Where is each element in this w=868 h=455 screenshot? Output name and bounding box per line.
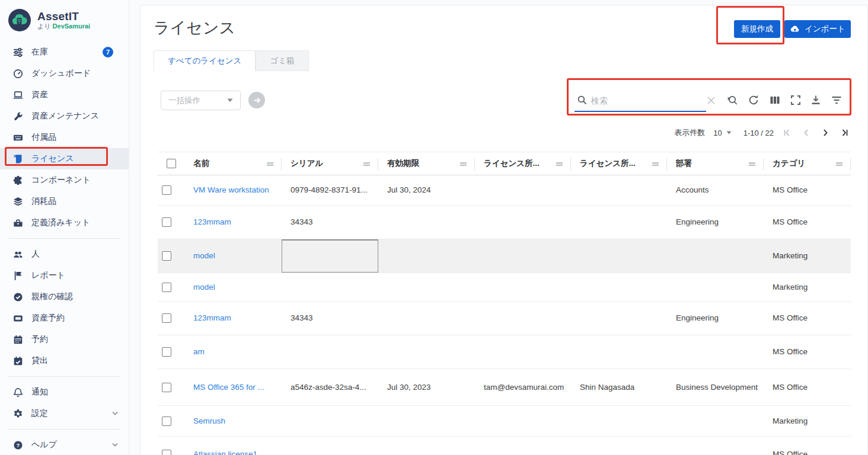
- license-name-link[interactable]: Atlassian license1: [184, 437, 282, 455]
- chevron-down-icon: [112, 411, 118, 416]
- sidebar-item-asset-maintenance[interactable]: 資産メンテナンス: [0, 105, 129, 127]
- license-name-link[interactable]: model: [184, 273, 282, 301]
- sidebar-item-label: 資産メンテナンス: [31, 111, 99, 121]
- gear-icon: [13, 409, 23, 419]
- row-checkbox[interactable]: [162, 185, 171, 195]
- search-reset-icon[interactable]: [726, 94, 738, 106]
- tab-all-licenses[interactable]: すべてのライセンス: [154, 50, 256, 71]
- column-menu-icon[interactable]: [748, 161, 756, 168]
- license-name-link[interactable]: MS Office 365 for ...: [184, 369, 282, 405]
- sidebar-item-accessories[interactable]: 付属品: [0, 127, 129, 148]
- row-checkbox[interactable]: [162, 313, 171, 323]
- clear-search-icon[interactable]: [706, 95, 716, 105]
- sidebar-item-assets[interactable]: 資産: [0, 84, 129, 105]
- column-menu-icon[interactable]: [652, 161, 659, 168]
- bell-icon: [13, 387, 23, 398]
- bulk-apply-button[interactable]: [248, 92, 265, 108]
- table-row: Semrush Marketing: [158, 406, 851, 437]
- wrench-icon: [13, 111, 23, 121]
- import-button[interactable]: インポート: [784, 20, 851, 38]
- sidebar-item-label: 人: [31, 249, 40, 259]
- calendar-icon: [13, 335, 23, 345]
- layers-icon: [13, 197, 23, 207]
- license-name-link[interactable]: VM Ware workstation: [184, 175, 282, 205]
- people-icon: [13, 249, 23, 259]
- sidebar-item-licenses[interactable]: ライセンス: [0, 148, 129, 169]
- row-checkbox[interactable]: [162, 383, 171, 392]
- app-name: AssetIT: [37, 11, 90, 23]
- sidebar-item-asset-booking[interactable]: 資産予約: [0, 307, 129, 329]
- sidebar-item-help[interactable]: ? ヘルプ: [0, 434, 129, 455]
- sidebar-item-label: 親権の確認: [31, 291, 73, 302]
- license-name-link[interactable]: am: [184, 335, 282, 369]
- fullscreen-icon[interactable]: [790, 94, 802, 106]
- sidebar-item-notifications[interactable]: 通知: [0, 382, 129, 403]
- sidebar-item-dashboard[interactable]: ダッシュボード: [0, 63, 129, 84]
- bulk-action-select[interactable]: 一括操作: [161, 91, 241, 110]
- license-name-link[interactable]: model: [184, 239, 282, 273]
- license-name-link[interactable]: 123mmam: [184, 302, 282, 335]
- select-all-checkbox[interactable]: [167, 159, 176, 168]
- laptop-icon: [13, 90, 23, 100]
- column-menu-icon[interactable]: [835, 161, 843, 168]
- sidebar-item-people[interactable]: 人: [0, 243, 129, 265]
- sidebar-item-audit[interactable]: 親権の確認: [0, 286, 129, 307]
- search-input[interactable]: [591, 93, 704, 108]
- focused-cell[interactable]: [282, 239, 378, 273]
- rows-per-page-select[interactable]: 10: [713, 129, 731, 137]
- sidebar-item-predefined-kits[interactable]: 定義済みキット: [0, 212, 129, 233]
- caret-down-icon: [726, 131, 732, 134]
- previous-page-icon[interactable]: [801, 127, 812, 138]
- next-page-icon[interactable]: [820, 127, 831, 138]
- licenses-card: ライセンス すべてのライセンス ゴミ箱 新規作成 インポート 一括操作: [140, 5, 868, 455]
- refresh-icon[interactable]: [748, 94, 760, 106]
- license-name-link[interactable]: 123mmam: [184, 206, 282, 239]
- license-name-link[interactable]: Semrush: [184, 406, 282, 436]
- sidebar-item-settings[interactable]: 設定: [0, 403, 129, 424]
- sidebar-item-inventory[interactable]: 在庫 7: [0, 41, 129, 63]
- column-menu-icon[interactable]: [266, 161, 274, 168]
- table-row-highlighted: model Marketing: [158, 239, 851, 273]
- tab-bar: すべてのライセンス ゴミ箱: [154, 50, 309, 71]
- table-row: 123mmam 34343 Engineering MS Office: [158, 302, 851, 335]
- row-checkbox[interactable]: [162, 416, 171, 426]
- help-icon: ?: [13, 440, 23, 450]
- sidebar-divider: [8, 238, 120, 239]
- table-row: VM Ware workstation 0979-4892-8371-91...…: [158, 175, 851, 206]
- bulk-action-placeholder: 一括操作: [168, 95, 200, 106]
- sidebar-item-label: 資産予約: [31, 313, 65, 323]
- filter-icon[interactable]: [831, 94, 843, 106]
- rows-per-page-value: 10: [713, 129, 722, 137]
- rows-per-page-label: 表示件数: [674, 127, 705, 138]
- download-icon[interactable]: [810, 94, 822, 106]
- sidebar-item-components[interactable]: コンポーネント: [0, 169, 129, 191]
- first-page-icon[interactable]: [782, 127, 793, 138]
- caret-down-icon: [227, 98, 233, 102]
- table-row: model Marketing: [158, 273, 851, 302]
- column-menu-icon[interactable]: [459, 161, 467, 168]
- create-button[interactable]: 新規作成: [734, 20, 780, 38]
- tab-trash[interactable]: ゴミ箱: [256, 50, 308, 71]
- keyboard-icon: [13, 133, 23, 143]
- sidebar-item-reports[interactable]: レポート: [0, 265, 129, 286]
- row-checkbox[interactable]: [162, 251, 171, 261]
- sidebar-item-label: 通知: [31, 387, 48, 398]
- row-checkbox[interactable]: [162, 217, 171, 227]
- row-checkbox[interactable]: [162, 283, 171, 292]
- column-header-name: 名前: [184, 152, 282, 175]
- sidebar-item-label: 資産: [31, 89, 48, 100]
- sidebar-item-checkout[interactable]: 貸出: [0, 350, 129, 371]
- sidebar-item-label: レポート: [31, 270, 65, 281]
- row-checkbox[interactable]: [162, 450, 171, 455]
- sidebar-item-label: ダッシュボード: [31, 68, 91, 79]
- sidebar-item-label: コンポーネント: [31, 175, 91, 185]
- sidebar-item-consumables[interactable]: 消耗品: [0, 191, 129, 212]
- column-menu-icon[interactable]: [556, 161, 563, 168]
- column-header-licensed-name: ライセンス所...: [571, 152, 667, 175]
- sidebar-divider: [8, 376, 120, 377]
- sidebar-item-reservation[interactable]: 予約: [0, 329, 129, 350]
- columns-icon[interactable]: [769, 94, 781, 106]
- column-menu-icon[interactable]: [363, 161, 371, 168]
- row-checkbox[interactable]: [162, 347, 171, 357]
- last-page-icon[interactable]: [839, 127, 850, 138]
